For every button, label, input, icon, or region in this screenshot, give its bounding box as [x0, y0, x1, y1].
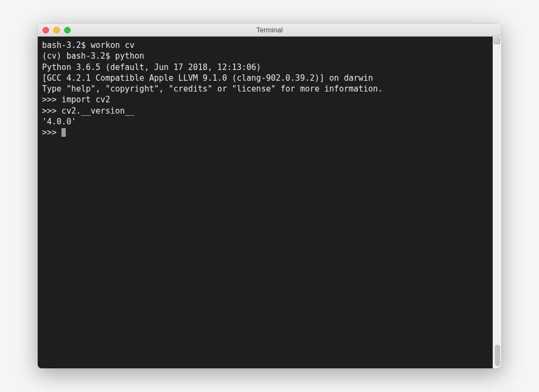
minimize-icon[interactable] — [53, 27, 60, 33]
terminal-line: '4.0.0' — [42, 116, 488, 127]
terminal-line: [GCC 4.2.1 Compatible Apple LLVM 9.1.0 (… — [42, 73, 488, 83]
maximize-icon[interactable] — [64, 27, 71, 33]
terminal-line: Type "help", "copyright", "credits" or "… — [42, 83, 488, 94]
terminal-prompt-line: >>> — [42, 127, 488, 138]
close-icon[interactable] — [43, 27, 49, 33]
titlebar[interactable]: Terminal — [38, 24, 501, 37]
terminal-line: >>> import cv2 — [42, 94, 488, 105]
terminal-body: bash-3.2$ workon cv(cv) bash-3.2$ python… — [38, 37, 501, 368]
terminal-line: >>> cv2.__version__ — [42, 106, 488, 116]
scrollbar-thumb[interactable] — [495, 345, 500, 366]
terminal-line: (cv) bash-3.2$ python — [42, 51, 488, 61]
terminal-window: Terminal bash-3.2$ workon cv(cv) bash-3.… — [38, 24, 501, 368]
cursor-icon — [61, 128, 66, 137]
terminal-line: Python 3.6.5 (default, Jun 17 2018, 12:1… — [42, 62, 488, 73]
window-title: Terminal — [38, 26, 501, 34]
prompt-text: >>> — [42, 128, 61, 137]
window-controls — [38, 27, 71, 33]
menu-icon[interactable] — [494, 38, 500, 44]
scrollbar[interactable] — [493, 37, 501, 368]
terminal-content[interactable]: bash-3.2$ workon cv(cv) bash-3.2$ python… — [38, 37, 493, 368]
terminal-line: bash-3.2$ workon cv — [42, 40, 488, 51]
